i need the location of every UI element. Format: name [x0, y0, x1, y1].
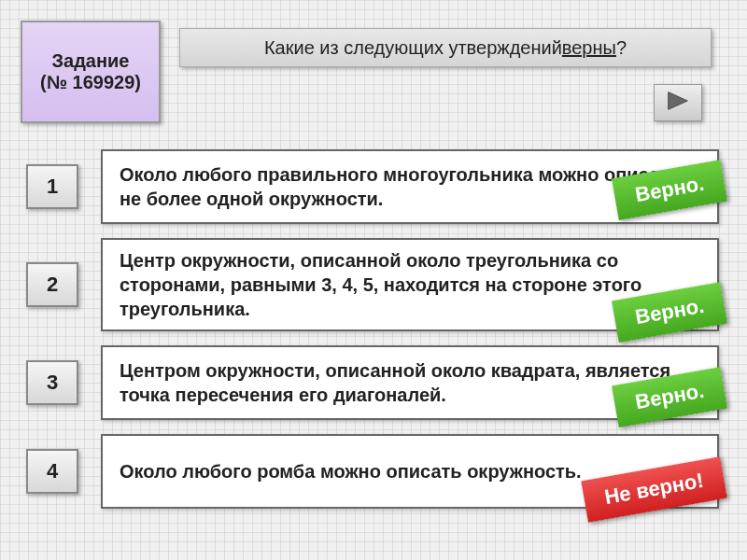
answer-button-3[interactable]: 3 [26, 360, 78, 405]
task-label: Задание [52, 50, 130, 72]
answer-row: 4 Около любого ромба можно описать окруж… [26, 434, 719, 509]
answer-box-4: Около любого ромба можно описать окружно… [101, 434, 719, 509]
play-icon [665, 90, 691, 116]
badge-text: Верно. [633, 172, 706, 207]
badge-text: Верно. [633, 294, 706, 329]
answer-box-1: Около любого правильного многоугольника … [101, 149, 719, 224]
answer-row: 3 Центром окружности, описанной около кв… [26, 345, 719, 420]
answer-num: 4 [47, 459, 58, 483]
answer-box-2: Центр окружности, описанной около треуго… [101, 238, 719, 331]
question-suffix: ? [616, 37, 627, 59]
answer-button-2[interactable]: 2 [26, 262, 78, 307]
answer-button-1[interactable]: 1 [26, 164, 78, 209]
answer-row: 1 Около любого правильного многоугольник… [26, 149, 719, 224]
answer-num: 2 [47, 273, 58, 297]
answer-text: Около любого ромба можно описать окружно… [120, 459, 582, 483]
answer-num: 3 [47, 371, 58, 395]
next-button[interactable] [654, 84, 702, 121]
badge-text: Не верно! [602, 469, 705, 509]
badge-text: Верно. [633, 379, 706, 414]
question-underlined: верны [562, 37, 616, 59]
answer-button-4[interactable]: 4 [26, 449, 78, 494]
svg-marker-0 [669, 92, 688, 110]
task-box: Задание (№ 169929) [21, 21, 161, 123]
answer-row: 2 Центр окружности, описанной около треу… [26, 238, 719, 331]
question-prefix: Какие из следующих утверждений [264, 37, 562, 59]
question-bar: Какие из следующих утверждений верны ? [179, 28, 712, 67]
incorrect-badge: Не верно! [581, 457, 727, 523]
task-number: (№ 169929) [40, 72, 141, 93]
answer-num: 1 [47, 175, 58, 199]
answer-box-3: Центром окружности, описанной около квад… [101, 345, 719, 420]
